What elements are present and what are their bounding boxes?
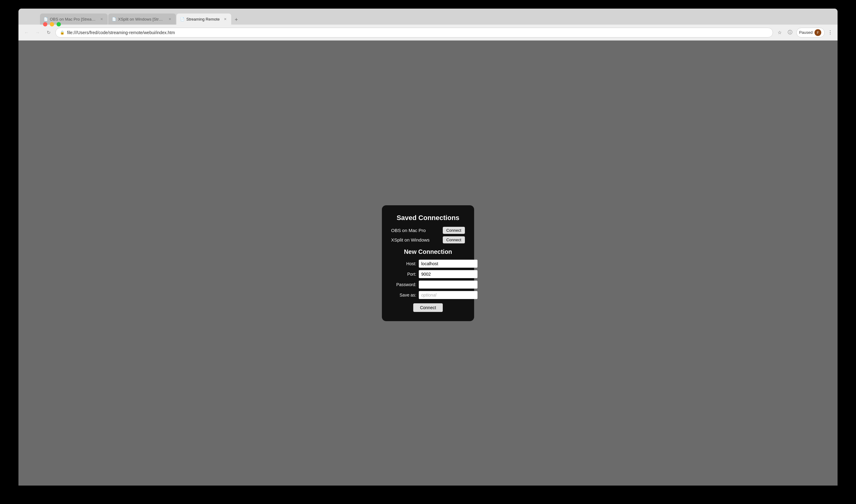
port-input[interactable] (419, 270, 478, 278)
tab-label-streaming: Streaming Remote (186, 17, 219, 21)
toolbar: ← → ↻ 🔒 file:///Users/fred/code/streamin… (18, 24, 838, 40)
toolbar-right: ☆ ⓘ Paused F ⋮ (775, 28, 834, 37)
main-connect-button[interactable]: Connect (413, 303, 443, 312)
tab-xsplit[interactable]: 📄 XSplit on Windows [Stream Re... ✕ (108, 14, 176, 24)
maximize-button[interactable] (57, 22, 61, 26)
info-button[interactable]: ⓘ (786, 28, 795, 37)
reload-button[interactable]: ↻ (44, 28, 53, 37)
tab-close-streaming[interactable]: ✕ (222, 17, 228, 21)
save-as-label: Save as: (391, 292, 416, 298)
save-as-input[interactable] (419, 291, 478, 299)
tab-favicon-streaming: 📄 (180, 17, 184, 21)
address-bar[interactable]: 🔒 file:///Users/fred/code/streaming-remo… (55, 28, 773, 37)
address-icon: 🔒 (60, 31, 65, 35)
connection-panel: Saved Connections OBS on Mac Pro Connect… (382, 205, 474, 321)
paused-button[interactable]: Paused F (796, 28, 825, 37)
saved-item-obs-name: OBS on Mac Pro (391, 228, 426, 233)
bookmark-button[interactable]: ☆ (775, 28, 784, 37)
minimize-button[interactable] (50, 22, 54, 26)
port-row: Port: (391, 270, 465, 278)
saved-connections: OBS on Mac Pro Connect XSplit on Windows… (391, 227, 465, 244)
page-content: Saved Connections OBS on Mac Pro Connect… (18, 40, 838, 486)
back-button[interactable]: ← (22, 28, 31, 37)
traffic-lights (43, 22, 61, 26)
connect-obs-button[interactable]: Connect (443, 227, 465, 234)
tab-streaming-remote[interactable]: 📄 Streaming Remote ✕ (177, 14, 231, 24)
new-tab-button[interactable]: + (232, 15, 240, 24)
tab-favicon-xsplit: 📄 (112, 17, 116, 21)
address-text: file:///Users/fred/code/streaming-remote… (67, 30, 768, 35)
connect-xsplit-button[interactable]: Connect (443, 236, 465, 244)
saved-item-obs: OBS on Mac Pro Connect (391, 227, 465, 234)
tab-favicon-obs: 📄 (44, 17, 48, 21)
tab-close-xsplit[interactable]: ✕ (167, 17, 172, 21)
user-avatar: F (815, 29, 821, 36)
tab-label-xsplit: XSplit on Windows [Stream Re... (118, 17, 164, 21)
password-input[interactable] (419, 281, 478, 289)
tab-label-obs: OBS on Mac Pro [Stream Rem... (50, 17, 96, 21)
saved-item-xsplit: XSplit on Windows Connect (391, 236, 465, 244)
panel-title: Saved Connections (391, 214, 465, 222)
password-label: Password: (391, 282, 416, 287)
host-label: Host: (391, 261, 416, 266)
port-label: Port: (391, 272, 416, 276)
host-row: Host: (391, 260, 465, 268)
host-input[interactable] (419, 260, 478, 268)
forward-button[interactable]: → (33, 28, 42, 37)
saved-item-xsplit-name: XSplit on Windows (391, 237, 430, 242)
paused-label: Paused (799, 30, 813, 35)
browser-window: 📄 OBS on Mac Pro [Stream Rem... ✕ 📄 XSpl… (18, 8, 838, 486)
tab-close-obs[interactable]: ✕ (99, 17, 104, 21)
close-button[interactable] (43, 22, 47, 26)
save-as-row: Save as: (391, 291, 465, 299)
tab-bar: 📄 OBS on Mac Pro [Stream Rem... ✕ 📄 XSpl… (18, 8, 838, 24)
more-options-button[interactable]: ⋮ (826, 28, 834, 37)
new-connection-title: New Connection (391, 248, 465, 255)
password-row: Password: (391, 281, 465, 289)
